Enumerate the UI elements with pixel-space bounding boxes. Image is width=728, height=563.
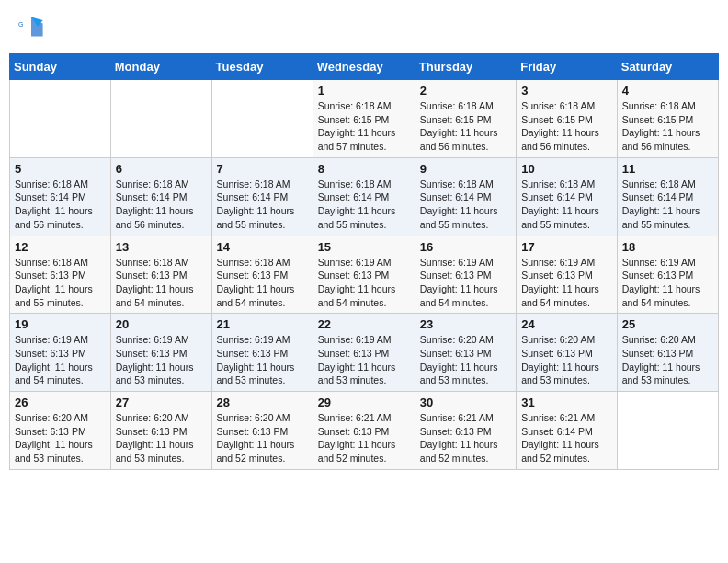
week-row-5: 26Sunrise: 6:20 AM Sunset: 6:13 PM Dayli… (10, 392, 719, 470)
calendar-cell: 14Sunrise: 6:18 AM Sunset: 6:13 PM Dayli… (211, 236, 313, 314)
day-number: 21 (217, 317, 308, 331)
day-info: Sunrise: 6:18 AM Sunset: 6:14 PM Dayligh… (521, 178, 612, 232)
logo: G (18, 14, 46, 40)
day-number: 8 (318, 162, 410, 176)
calendar-cell: 26Sunrise: 6:20 AM Sunset: 6:13 PM Dayli… (10, 392, 111, 470)
day-number: 17 (521, 240, 612, 254)
column-header-friday: Friday (517, 54, 618, 80)
day-info: Sunrise: 6:19 AM Sunset: 6:13 PM Dayligh… (318, 333, 410, 387)
day-info: Sunrise: 6:18 AM Sunset: 6:13 PM Dayligh… (116, 256, 207, 310)
calendar-cell: 27Sunrise: 6:20 AM Sunset: 6:13 PM Dayli… (110, 392, 211, 470)
calendar-cell: 8Sunrise: 6:18 AM Sunset: 6:14 PM Daylig… (313, 157, 415, 236)
day-info: Sunrise: 6:18 AM Sunset: 6:15 PM Dayligh… (622, 99, 713, 154)
day-info: Sunrise: 6:18 AM Sunset: 6:14 PM Dayligh… (116, 178, 207, 232)
calendar-cell: 1Sunrise: 6:18 AM Sunset: 6:15 PM Daylig… (313, 80, 415, 158)
day-info: Sunrise: 6:20 AM Sunset: 6:13 PM Dayligh… (116, 411, 207, 465)
calendar-cell (10, 80, 111, 158)
day-number: 23 (420, 317, 511, 331)
day-info: Sunrise: 6:18 AM Sunset: 6:15 PM Dayligh… (318, 99, 410, 154)
calendar-cell: 18Sunrise: 6:19 AM Sunset: 6:13 PM Dayli… (617, 236, 718, 314)
day-number: 4 (622, 84, 713, 98)
day-number: 30 (420, 396, 511, 409)
day-info: Sunrise: 6:20 AM Sunset: 6:13 PM Dayligh… (217, 411, 308, 465)
calendar-cell: 11Sunrise: 6:18 AM Sunset: 6:14 PM Dayli… (617, 157, 718, 236)
day-info: Sunrise: 6:19 AM Sunset: 6:13 PM Dayligh… (521, 256, 612, 310)
header-row: SundayMondayTuesdayWednesdayThursdayFrid… (10, 54, 719, 80)
calendar-cell: 30Sunrise: 6:21 AM Sunset: 6:13 PM Dayli… (415, 392, 516, 470)
week-row-3: 12Sunrise: 6:18 AM Sunset: 6:13 PM Dayli… (10, 236, 719, 314)
calendar-cell: 22Sunrise: 6:19 AM Sunset: 6:13 PM Dayli… (313, 314, 415, 392)
column-header-tuesday: Tuesday (211, 54, 313, 80)
day-number: 9 (420, 162, 511, 176)
calendar-cell: 17Sunrise: 6:19 AM Sunset: 6:13 PM Dayli… (517, 236, 618, 314)
day-info: Sunrise: 6:20 AM Sunset: 6:13 PM Dayligh… (15, 411, 106, 465)
day-info: Sunrise: 6:21 AM Sunset: 6:14 PM Dayligh… (521, 411, 612, 465)
day-number: 29 (318, 396, 410, 409)
day-info: Sunrise: 6:19 AM Sunset: 6:13 PM Dayligh… (420, 256, 511, 310)
day-info: Sunrise: 6:18 AM Sunset: 6:13 PM Dayligh… (15, 256, 106, 310)
day-number: 13 (116, 240, 207, 254)
calendar-cell: 9Sunrise: 6:18 AM Sunset: 6:14 PM Daylig… (415, 157, 516, 236)
calendar-cell: 31Sunrise: 6:21 AM Sunset: 6:14 PM Dayli… (517, 392, 618, 470)
day-number: 27 (116, 396, 207, 409)
day-info: Sunrise: 6:19 AM Sunset: 6:13 PM Dayligh… (15, 333, 106, 387)
day-info: Sunrise: 6:19 AM Sunset: 6:13 PM Dayligh… (622, 256, 713, 310)
calendar-cell: 10Sunrise: 6:18 AM Sunset: 6:14 PM Dayli… (517, 157, 618, 236)
calendar-cell: 25Sunrise: 6:20 AM Sunset: 6:13 PM Dayli… (617, 314, 718, 392)
calendar-cell: 3Sunrise: 6:18 AM Sunset: 6:15 PM Daylig… (517, 80, 618, 158)
calendar-cell: 6Sunrise: 6:18 AM Sunset: 6:14 PM Daylig… (110, 157, 211, 236)
day-info: Sunrise: 6:18 AM Sunset: 6:14 PM Dayligh… (15, 178, 106, 232)
logo-icon: G (18, 14, 44, 40)
calendar-cell: 24Sunrise: 6:20 AM Sunset: 6:13 PM Dayli… (517, 314, 618, 392)
calendar-cell: 20Sunrise: 6:19 AM Sunset: 6:13 PM Dayli… (110, 314, 211, 392)
day-info: Sunrise: 6:18 AM Sunset: 6:14 PM Dayligh… (420, 178, 511, 232)
day-number: 31 (521, 396, 612, 409)
day-info: Sunrise: 6:18 AM Sunset: 6:13 PM Dayligh… (217, 256, 308, 310)
day-info: Sunrise: 6:18 AM Sunset: 6:15 PM Dayligh… (420, 99, 511, 154)
calendar-cell: 28Sunrise: 6:20 AM Sunset: 6:13 PM Dayli… (211, 392, 313, 470)
calendar-cell: 7Sunrise: 6:18 AM Sunset: 6:14 PM Daylig… (211, 157, 313, 236)
day-number: 6 (116, 162, 207, 176)
day-number: 1 (318, 84, 410, 98)
day-number: 25 (622, 317, 713, 331)
day-number: 11 (622, 162, 713, 176)
column-header-saturday: Saturday (617, 54, 718, 80)
page-header: G (9, 9, 719, 44)
week-row-2: 5Sunrise: 6:18 AM Sunset: 6:14 PM Daylig… (10, 157, 719, 236)
week-row-4: 19Sunrise: 6:19 AM Sunset: 6:13 PM Dayli… (10, 314, 719, 392)
day-number: 7 (217, 162, 308, 176)
day-number: 12 (15, 240, 106, 254)
day-number: 19 (15, 317, 106, 331)
calendar-cell: 2Sunrise: 6:18 AM Sunset: 6:15 PM Daylig… (415, 80, 516, 158)
column-header-thursday: Thursday (415, 54, 516, 80)
day-info: Sunrise: 6:18 AM Sunset: 6:14 PM Dayligh… (217, 178, 308, 232)
calendar-cell (211, 80, 313, 158)
column-header-sunday: Sunday (10, 54, 111, 80)
calendar-cell: 23Sunrise: 6:20 AM Sunset: 6:13 PM Dayli… (415, 314, 516, 392)
calendar-cell: 12Sunrise: 6:18 AM Sunset: 6:13 PM Dayli… (10, 236, 111, 314)
calendar-cell (617, 392, 718, 470)
calendar-cell: 4Sunrise: 6:18 AM Sunset: 6:15 PM Daylig… (617, 80, 718, 158)
day-number: 5 (15, 162, 106, 176)
calendar-cell: 5Sunrise: 6:18 AM Sunset: 6:14 PM Daylig… (10, 157, 111, 236)
day-number: 3 (521, 84, 612, 98)
day-info: Sunrise: 6:19 AM Sunset: 6:13 PM Dayligh… (318, 256, 410, 310)
calendar-cell: 19Sunrise: 6:19 AM Sunset: 6:13 PM Dayli… (10, 314, 111, 392)
day-number: 28 (217, 396, 308, 409)
calendar-cell: 13Sunrise: 6:18 AM Sunset: 6:13 PM Dayli… (110, 236, 211, 314)
day-number: 18 (622, 240, 713, 254)
day-number: 15 (318, 240, 410, 254)
day-info: Sunrise: 6:21 AM Sunset: 6:13 PM Dayligh… (420, 411, 511, 465)
day-number: 20 (116, 317, 207, 331)
calendar-cell: 16Sunrise: 6:19 AM Sunset: 6:13 PM Dayli… (415, 236, 516, 314)
column-header-wednesday: Wednesday (313, 54, 415, 80)
column-header-monday: Monday (110, 54, 211, 80)
day-info: Sunrise: 6:20 AM Sunset: 6:13 PM Dayligh… (420, 333, 511, 387)
day-info: Sunrise: 6:18 AM Sunset: 6:14 PM Dayligh… (318, 178, 410, 232)
day-info: Sunrise: 6:19 AM Sunset: 6:13 PM Dayligh… (116, 333, 207, 387)
day-info: Sunrise: 6:21 AM Sunset: 6:13 PM Dayligh… (318, 411, 410, 465)
day-info: Sunrise: 6:18 AM Sunset: 6:15 PM Dayligh… (521, 99, 612, 154)
day-number: 14 (217, 240, 308, 254)
day-info: Sunrise: 6:18 AM Sunset: 6:14 PM Dayligh… (622, 178, 713, 232)
calendar-cell: 21Sunrise: 6:19 AM Sunset: 6:13 PM Dayli… (211, 314, 313, 392)
